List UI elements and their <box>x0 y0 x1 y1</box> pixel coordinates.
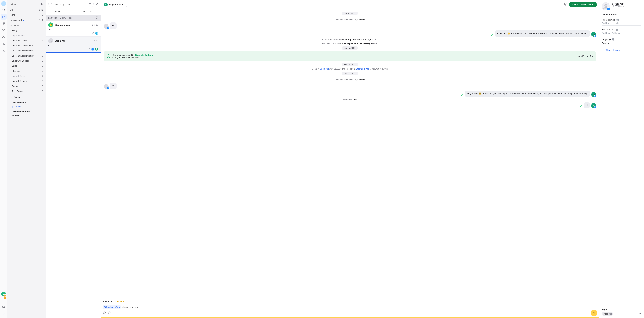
messenger-icon <box>594 95 597 98</box>
add-contact-icon[interactable] <box>95 2 98 6</box>
last-updated-bar: Last updated 2 minutes ago <box>46 15 100 21</box>
contact-fields-title: Contact Fields <box>602 13 642 16</box>
email-label: Email Address? <box>602 28 642 31</box>
sidebar-item-team[interactable]: Level One Support0 <box>7 58 46 63</box>
reports-icon[interactable] <box>1 41 6 47</box>
system-unmerge: Contact Steph Yap (#36123339) unmerged f… <box>104 68 596 70</box>
sidebar-item-team[interactable]: English Support Shift C0 <box>7 53 46 58</box>
sidebar-item-team[interactable]: Shipping5 <box>7 68 46 74</box>
help-icon[interactable]: ? <box>612 38 614 40</box>
close-conversation-button[interactable]: Close Conversation <box>569 2 597 8</box>
snooze-icon[interactable] <box>564 3 567 6</box>
sidebar-item-mine[interactable]: Mine 5 <box>7 12 46 18</box>
user-presence-avatar[interactable]: S <box>1 292 6 296</box>
sidebar-item-team[interactable]: English Support1 <box>7 38 46 43</box>
chevron-down-icon <box>61 10 64 13</box>
notifications-icon[interactable]: 1 <box>1 297 6 303</box>
collapse-sidebar-icon[interactable] <box>40 2 43 6</box>
message-in: Hi <box>104 82 596 89</box>
filter-icon[interactable] <box>89 3 92 6</box>
svg-point-15 <box>96 3 97 4</box>
nav-rail: C S 1 <box>0 0 7 318</box>
sidebar-item-team[interactable]: English Support Shift B2 <box>7 48 46 53</box>
team-group-header[interactable]: Team <box>7 22 46 28</box>
mention-chip[interactable]: @Stephanie Yap <box>103 306 121 308</box>
tags-expand-icon[interactable] <box>638 312 642 316</box>
workspace-avatar[interactable]: C <box>1 1 6 6</box>
custom-view-testing[interactable]: Testing <box>7 104 46 109</box>
sidebar-item-unassigned[interactable]: Unassigned 114 <box>7 18 46 22</box>
created-by-me-label: Created by me <box>7 100 46 104</box>
tag-chip[interactable]: steph ✕ <box>602 312 613 316</box>
tab-comment[interactable]: Comment <box>115 299 124 304</box>
assignee-selector[interactable]: S Stephanie Yap <box>103 2 128 7</box>
conversation-item[interactable]: 😏 Stephanie Yap Dec 13 Test <box>46 21 100 37</box>
sort-filter[interactable]: Newest <box>73 8 101 15</box>
messages-icon[interactable] <box>1 14 6 20</box>
sidebar-item-all[interactable]: All 141 <box>7 7 46 12</box>
svg-point-7 <box>3 50 4 51</box>
email-input[interactable] <box>602 31 642 35</box>
send-button[interactable] <box>591 310 597 316</box>
tab-respond[interactable]: Respond <box>103 299 112 304</box>
conversation-date: Nov 13 <box>92 40 98 42</box>
add-custom-icon[interactable] <box>40 95 43 99</box>
sidebar-item-team[interactable]: English Support Shift A0 <box>7 43 46 48</box>
sidebar-item-team[interactable]: Tech Support0 <box>7 88 46 94</box>
sidebar-item-team[interactable]: Spanish Support2 <box>7 78 46 84</box>
outbound-icon <box>88 47 90 51</box>
svg-point-24 <box>605 4 607 7</box>
svg-point-14 <box>51 4 52 5</box>
show-all-fields[interactable]: Show all fields <box>602 48 642 51</box>
contacts-icon[interactable] <box>1 20 6 26</box>
sidebar-item-label: Support <box>12 85 19 87</box>
conversation-item[interactable]: Steph Yap Nov 13 hi S <box>46 37 100 52</box>
bot-avatar <box>591 92 596 97</box>
contact-name: Stephanie Yap <box>55 24 90 26</box>
broadcast-icon[interactable] <box>1 27 6 33</box>
message-thread[interactable]: Jun 23, 2022 Conversation opened by Cont… <box>101 9 599 298</box>
language-select[interactable]: English <box>602 40 642 46</box>
sidebar-item-team[interactable]: English Sales0 <box>7 33 46 38</box>
sidebar-item-team[interactable]: Billing0 <box>7 28 46 33</box>
custom-view-vip[interactable]: VIP <box>7 114 46 118</box>
sidebar-item-count: 0 <box>42 60 43 62</box>
message-bubble: Hi <box>110 82 116 89</box>
help-icon[interactable]: ? <box>616 28 618 31</box>
delivered-icon <box>461 94 464 97</box>
assignee-badge: S <box>95 48 98 50</box>
help-icon[interactable]: ? <box>616 19 619 21</box>
phone-input[interactable] <box>602 21 642 26</box>
contact-avatar: 😏 <box>48 22 53 27</box>
chevron-down-icon <box>89 10 92 13</box>
remove-tag-icon[interactable]: ✕ <box>610 312 612 315</box>
search-input[interactable] <box>54 3 87 6</box>
settings-icon[interactable] <box>1 48 6 54</box>
messenger-icon <box>92 48 94 50</box>
refresh-icon[interactable] <box>95 16 98 20</box>
agent-avatar: S <box>591 103 596 108</box>
help-icon[interactable] <box>1 304 6 310</box>
closed-by-user[interactable]: Gabriella Gadung <box>135 54 153 56</box>
conversation-list: Open Newest Last updated 2 minutes ago 😏… <box>46 0 101 318</box>
brand-icon[interactable] <box>1 311 6 317</box>
sidebar-item-count: 2 <box>42 80 43 82</box>
sidebar-item-team[interactable]: Spanish Sales0 <box>7 74 46 78</box>
mention-icon[interactable] <box>108 311 111 315</box>
dashboard-icon[interactable] <box>1 7 6 13</box>
conversation-closed-box: Conversation closed by Gabriella Gadung … <box>104 52 596 61</box>
sidebar-item-team[interactable]: Sales0 <box>7 63 46 68</box>
custom-group-header[interactable]: Custom <box>7 94 46 100</box>
sidebar-item-label: English Support Shift A <box>12 44 34 47</box>
assignee-avatar: S <box>104 3 108 6</box>
people-icon <box>12 115 14 117</box>
tag-label: steph <box>604 313 608 315</box>
emoji-icon[interactable] <box>103 311 106 315</box>
sidebar-item-label: English Support Shift C <box>12 54 34 57</box>
sidebar-item-team[interactable]: Support2 <box>7 84 46 88</box>
comment-input[interactable]: @Stephanie Yap take note of this <box>101 304 599 310</box>
sidebar-item-label: Shipping <box>12 70 20 72</box>
workflow-icon[interactable] <box>1 34 6 40</box>
search-box[interactable] <box>48 2 94 7</box>
status-filter[interactable]: Open <box>46 8 73 15</box>
